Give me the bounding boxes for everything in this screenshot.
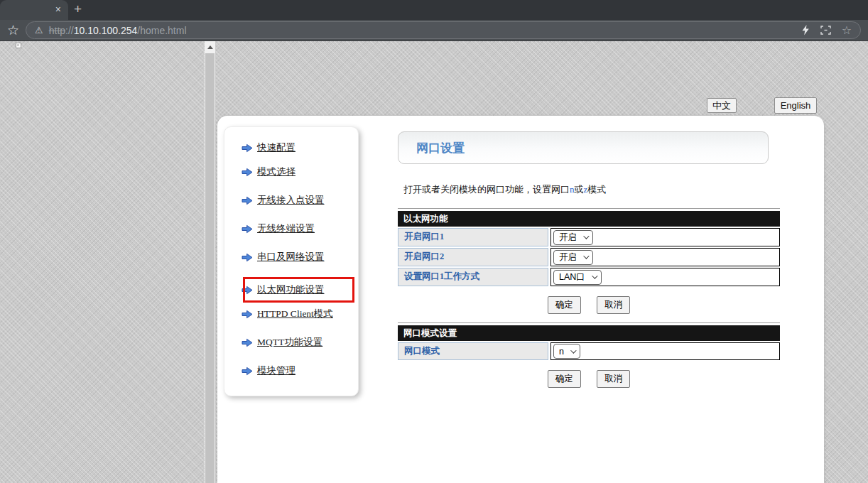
language-english-button[interactable]: English	[774, 97, 817, 114]
ok-button[interactable]: 确定	[548, 370, 581, 388]
description-text: 打开或者关闭模块的网口功能，设置网口	[403, 184, 570, 195]
sidebar-item-wireless-sta[interactable]: 无线终端设置	[242, 222, 315, 236]
arrow-right-icon	[242, 253, 253, 262]
main-content-panel: 快速配置 模式选择 无线接入点设置 无线终端设置 串口及网络设置 以太网功能设置	[217, 116, 824, 483]
page-title: 网口设置	[416, 141, 465, 155]
home-star-icon[interactable]: ☆	[7, 22, 19, 38]
cancel-button[interactable]: 取消	[597, 296, 630, 314]
sidebar-item-label: 模式选择	[257, 165, 295, 178]
screenshot-frame-icon[interactable]	[820, 26, 831, 35]
cancel-button[interactable]: 取消	[597, 370, 630, 388]
not-secure-warning-icon[interactable]: ⚠	[35, 25, 43, 36]
description-or: 或	[575, 184, 584, 195]
row-value-cell: n	[550, 342, 780, 360]
table-row: 网口模式 n	[398, 342, 780, 360]
sidebar-item-wireless-ap[interactable]: 无线接入点设置	[242, 193, 325, 207]
row-label-port1-workmode: 设置网口1工作方式	[398, 268, 548, 286]
arrow-right-icon	[242, 224, 253, 234]
arrow-right-icon	[242, 310, 253, 319]
page-title-box: 网口设置	[398, 131, 769, 164]
port-mode-select[interactable]: n	[553, 344, 580, 359]
chevron-down-icon	[592, 273, 597, 278]
language-chinese-button[interactable]: 中文	[707, 98, 737, 113]
row-value-cell: 开启	[550, 248, 780, 266]
sidebar-item-label: MQTT功能设置	[257, 336, 322, 349]
vertical-scrollbar[interactable]	[205, 41, 215, 483]
arrow-right-icon	[242, 196, 253, 205]
description-suffix: 模式	[587, 184, 606, 195]
new-tab-icon[interactable]: +	[74, 1, 82, 17]
chevron-down-icon	[583, 233, 589, 239]
arrow-right-icon	[242, 168, 253, 177]
tab-strip: × +	[0, 0, 868, 20]
address-bar[interactable]: ⚠ http :// 10.10.100.254 /home.html ☆	[26, 21, 861, 39]
row-value-cell: LAN口	[550, 268, 780, 286]
url-separator: ://	[65, 25, 74, 36]
url-scheme: http	[49, 25, 65, 36]
arrow-right-icon	[242, 143, 253, 153]
sidebar-item-httpd-client[interactable]: HTTPD Client模式	[242, 307, 333, 321]
scrollbar-thumb[interactable]	[205, 53, 215, 483]
select-value: 开启	[559, 251, 577, 264]
row-label-port1: 开启网口1	[398, 228, 548, 246]
divider	[398, 208, 780, 209]
browser-tab[interactable]: ×	[0, 0, 68, 20]
up-arrow-icon	[207, 45, 213, 49]
port2-enable-select[interactable]: 开启	[553, 250, 593, 265]
broken-image-placeholder	[16, 43, 21, 48]
content-area: 网口设置 打开或者关闭模块的网口功能，设置网口n或z模式 以太网功能 开启网口1…	[398, 131, 780, 388]
sidebar-item-mode-select[interactable]: 模式选择	[242, 165, 295, 179]
table-row: 设置网口1工作方式 LAN口	[398, 268, 780, 286]
divider	[398, 322, 780, 323]
arrow-right-icon	[242, 338, 253, 347]
sidebar-item-label: 无线终端设置	[257, 222, 315, 235]
mode-table-header: 网口模式设置	[398, 325, 780, 341]
chevron-down-icon	[583, 253, 589, 259]
sidebar-item-label: HTTPD Client模式	[257, 308, 333, 320]
browser-toolbar: ☆ ⚠ http :// 10.10.100.254 /home.html ☆	[0, 20, 868, 41]
url-path: /home.html	[137, 25, 186, 36]
sidebar-item-mqtt[interactable]: MQTT功能设置	[242, 335, 322, 349]
table-row: 开启网口1 开启	[398, 228, 780, 246]
select-value: 开启	[559, 232, 577, 244]
arrow-right-icon	[242, 367, 253, 376]
page-viewport: 中文 English 快速配置 模式选择 无线接入点设置 无线终端设置	[0, 41, 868, 483]
sidebar-item-label: 无线接入点设置	[257, 194, 325, 207]
ok-button[interactable]: 确定	[548, 296, 581, 314]
sidebar-item-label: 模块管理	[257, 364, 295, 377]
mode-actions: 确定 取消	[398, 370, 780, 388]
port1-enable-select[interactable]: 开启	[553, 230, 593, 245]
row-value-cell: 开启	[550, 228, 780, 246]
lightning-icon[interactable]	[801, 25, 810, 36]
sidebar-item-uart-network[interactable]: 串口及网络设置	[242, 250, 325, 264]
port1-workmode-select[interactable]: LAN口	[553, 270, 602, 285]
select-value: n	[559, 347, 564, 357]
scrollbar-up-button[interactable]	[205, 41, 215, 53]
table-row: 开启网口2 开启	[398, 248, 780, 266]
row-label-port-mode: 网口模式	[398, 342, 548, 360]
sidebar-item-label: 快速配置	[257, 141, 295, 154]
sidebar-item-quick-config[interactable]: 快速配置	[242, 141, 295, 155]
tab-close-icon[interactable]: ×	[55, 4, 61, 15]
select-value: LAN口	[559, 271, 585, 283]
ethernet-actions: 确定 取消	[398, 296, 780, 314]
ethernet-table-header: 以太网功能	[398, 211, 780, 227]
bookmark-star-icon[interactable]: ☆	[842, 26, 852, 36]
page-description: 打开或者关闭模块的网口功能，设置网口n或z模式	[403, 183, 780, 196]
sidebar: 快速配置 模式选择 无线接入点设置 无线终端设置 串口及网络设置 以太网功能设置	[224, 126, 359, 396]
sidebar-item-module-mgmt[interactable]: 模块管理	[242, 364, 295, 378]
red-highlight-annotation	[243, 277, 354, 303]
sidebar-item-label: 串口及网络设置	[257, 251, 325, 264]
url-host: 10.10.100.254	[74, 25, 138, 36]
row-label-port2: 开启网口2	[398, 248, 548, 266]
chevron-down-icon	[570, 347, 576, 353]
